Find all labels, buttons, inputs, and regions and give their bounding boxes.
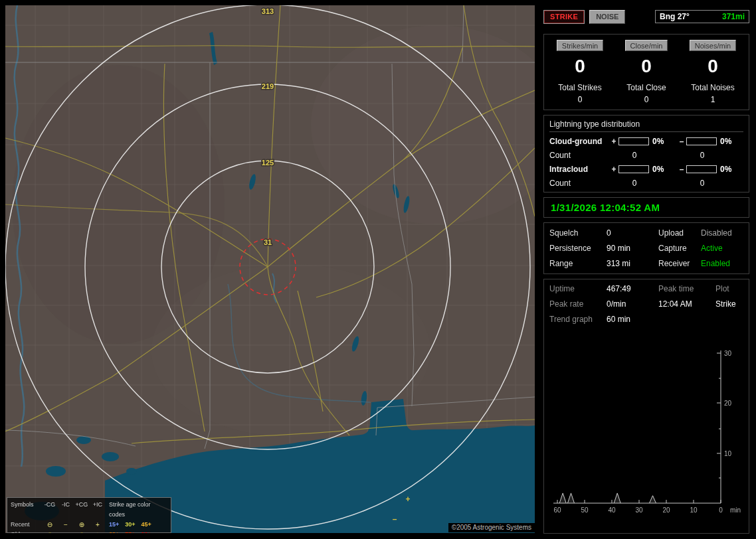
persistence-label: Persistence (549, 242, 607, 254)
intracloud-plus-count: 0 (618, 179, 650, 188)
legend-col-neg-ic: -IC (58, 500, 73, 520)
capture-label: Capture (658, 242, 701, 254)
svg-text:10: 10 (690, 506, 698, 514)
strike-toggle-button[interactable]: STRIKE (543, 10, 585, 24)
app-window: 313 219 125 31 + – Symbols -CG -IC +CG +… (0, 0, 756, 539)
total-noises-value: 1 (680, 95, 746, 104)
map-viewport[interactable]: 313 219 125 31 + – Symbols -CG -IC +CG +… (5, 5, 535, 533)
y-axis-labels: 30 20 10 (724, 350, 732, 457)
map-legend: Symbols -CG -IC +CG +IC Strike age color… (7, 497, 171, 533)
datetime-display: 1/31/2026 12:04:52 AM (551, 202, 660, 213)
peak-rate-label: Peak rate (549, 299, 607, 309)
count-label: Count (549, 179, 609, 188)
legend-col-neg-cg: -CG (41, 500, 58, 520)
upload-status: Disabled (701, 227, 743, 239)
age-30: 30+ (125, 520, 135, 530)
legend-col-pos-cg: +CG (73, 500, 90, 520)
total-noises-label: Total Noises (680, 83, 746, 92)
grid-mark-minus: – (393, 514, 397, 524)
noises-column: Noises/min 0 Total Noises 1 (680, 40, 746, 104)
map-svg[interactable]: 313 219 125 31 + – (5, 5, 535, 533)
bearing-display: Bng 27° 371mi (655, 10, 749, 23)
persistence-value: 90 min (607, 242, 658, 254)
upload-label: Upload (658, 227, 701, 239)
svg-text:50: 50 (581, 506, 589, 514)
noises-per-min-button[interactable]: Noises/min (690, 40, 736, 51)
x-axis-unit: min (730, 506, 741, 514)
legend-row-old: Old (11, 530, 41, 533)
range-label-219: 219 (262, 82, 274, 90)
x-axis-ticks (557, 500, 721, 503)
noises-per-min-value: 0 (680, 51, 746, 79)
recent-pos-cg-icon: ⊕ (73, 520, 90, 530)
cloud-ground-plus-pct: 0% (650, 137, 677, 146)
total-strikes-label: Total Strikes (547, 83, 613, 92)
old-pos-ic-icon: + (90, 530, 105, 533)
range-label-outer: 313 (262, 7, 274, 15)
old-neg-cg-icon: ⊖ (41, 530, 58, 533)
peak-rate-value: 0/min (607, 299, 658, 309)
receiver-label: Receiver (658, 258, 701, 270)
range-label: Range (549, 258, 607, 270)
strikes-column: Strikes/min 0 Total Strikes 0 (547, 40, 613, 104)
svg-text:30: 30 (724, 350, 732, 357)
trend-graph: 30 20 10 60 50 40 30 20 10 0 min (549, 330, 743, 532)
x-axis-labels: 60 50 40 30 20 10 0 min (553, 506, 741, 514)
age-15: 15+ (109, 520, 119, 530)
strikes-per-min-button[interactable]: Strikes/min (557, 40, 603, 51)
strikes-per-min-value: 0 (547, 51, 613, 79)
svg-text:30: 30 (635, 506, 643, 514)
old-neg-ic-icon: − (58, 530, 73, 533)
old-pos-cg-icon: ⊕ (73, 530, 90, 533)
total-close-label: Total Close (613, 83, 680, 92)
toolbar: STRIKE NOISE Bng 27° 371mi (543, 9, 749, 24)
rates-section: Strikes/min 0 Total Strikes 0 Close/min … (543, 34, 749, 110)
minus-sign: – (677, 137, 686, 146)
plus-sign: + (609, 137, 618, 146)
close-per-min-button[interactable]: Close/min (625, 40, 668, 51)
range-label-125: 125 (262, 159, 274, 167)
intracloud-minus-pct: 0% (718, 165, 739, 174)
total-close-value: 0 (613, 95, 680, 104)
svg-text:20: 20 (724, 400, 732, 407)
minus-sign: – (677, 165, 686, 174)
svg-text:20: 20 (662, 506, 670, 514)
legend-symbols-title: Symbols (11, 500, 41, 520)
intracloud-plus-pct: 0% (650, 165, 677, 174)
close-per-min-value: 0 (613, 51, 680, 79)
count-label: Count (549, 151, 609, 160)
cloud-ground-plus-meter (618, 137, 649, 145)
range-value: 313 mi (607, 258, 658, 270)
legend-col-pos-ic: +IC (90, 500, 105, 520)
legend-age-title: Strike age color codes (105, 500, 167, 520)
distance-value: 371mi (722, 12, 745, 21)
squelch-value: 0 (607, 227, 658, 239)
svg-text:40: 40 (608, 506, 616, 514)
receiver-status: Enabled (701, 258, 743, 270)
svg-text:0: 0 (719, 506, 723, 514)
legend-row-recent: Recent (11, 520, 41, 530)
recent-neg-ic-icon: − (58, 520, 73, 530)
intracloud-minus-count: 0 (686, 179, 718, 188)
clock-section: 1/31/2026 12:04:52 AM (543, 197, 749, 218)
plot-mode-value: Strike (715, 299, 743, 309)
uptime-label: Uptime (549, 284, 607, 294)
bearing-value: Bng 27° (660, 12, 690, 21)
trend-window-value: 60 min (607, 315, 658, 325)
intracloud-label: Intracloud (549, 165, 609, 174)
intracloud-plus-meter (618, 165, 649, 173)
noise-toggle-button[interactable]: NOISE (589, 10, 625, 24)
svg-text:60: 60 (553, 506, 561, 514)
age-60: 60+ (109, 530, 119, 533)
cloud-ground-minus-count: 0 (686, 151, 718, 160)
intracloud-minus-meter (686, 165, 717, 173)
cloud-ground-label: Cloud-ground (549, 137, 609, 146)
trend-graph-label: Trend graph (549, 315, 607, 325)
peak-time-value: 12:04 AM (658, 299, 715, 309)
plus-sign: + (609, 165, 618, 174)
distribution-title: Lightning type distribution (549, 119, 743, 132)
squelch-label: Squelch (549, 227, 607, 239)
svg-text:10: 10 (724, 450, 732, 457)
cloud-ground-minus-meter (686, 137, 717, 145)
age-75: 75+ (125, 530, 135, 533)
